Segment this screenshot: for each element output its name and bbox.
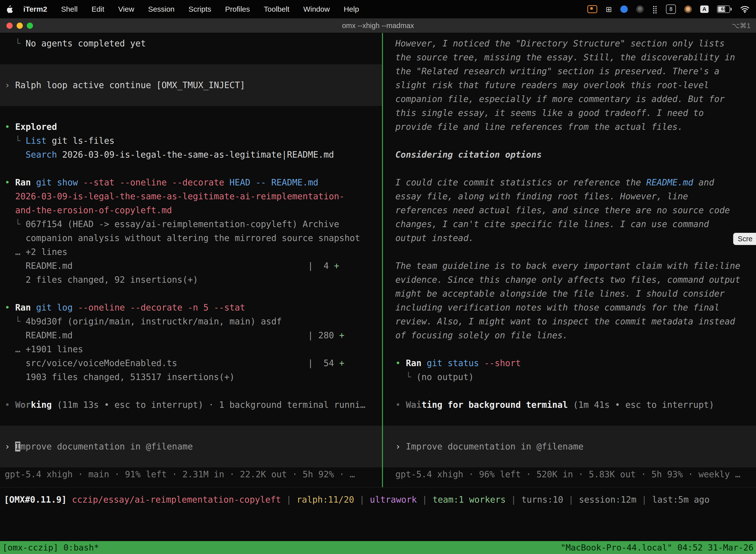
- prompt-line: › Improve documentation in @filename: [0, 440, 382, 453]
- terminal-line: [383, 342, 756, 356]
- terminal-line: [0, 64, 382, 78]
- inject-banner[interactable]: › Ralph loop active continue [OMX_TMUX_I…: [0, 64, 382, 106]
- terminal-line: essay file, along with finding root file…: [383, 189, 756, 203]
- dark-app-icon[interactable]: [636, 5, 644, 13]
- menu-item-iterm2[interactable]: iTerm2: [23, 5, 47, 13]
- tmux-status-bar: [omx-cczip] 0:bash* "MacBook-Pro-44.loca…: [0, 541, 756, 554]
- close-button[interactable]: [6, 22, 13, 29]
- terminal-line: … +1901 lines: [0, 342, 382, 356]
- screen-recording-indicator-icon[interactable]: [587, 5, 597, 13]
- terminal-line: references need actual files, and since …: [383, 203, 756, 217]
- menu-item-edit[interactable]: Edit: [91, 5, 105, 13]
- menu-item-profiles[interactable]: Profiles: [225, 5, 250, 13]
- terminal-line: the "Related research writing" section i…: [383, 64, 756, 78]
- terminal-line: … +2 lines: [0, 245, 382, 259]
- terminal-line: [0, 162, 382, 175]
- blue-app-icon[interactable]: [620, 5, 628, 13]
- terminal-line: companion file, especially if more comme…: [383, 92, 756, 106]
- ran-git-log: • Ran git log --oneline --decorate -n 5 …: [0, 300, 382, 315]
- title-bar: omx --xhigh --madmax ⌥⌘1: [0, 18, 756, 33]
- screen-share-tooltip[interactable]: Scre: [733, 233, 756, 245]
- terminal-line: [0, 287, 382, 300]
- terminal-line: might be acceptable alongside the file l…: [383, 287, 756, 300]
- ran-git-show: • Ran git show --stat --oneline --decora…: [0, 175, 382, 189]
- terminal-line: review. Also, I might want to inspect th…: [383, 315, 756, 328]
- terminal-line: README.md | 4 +: [0, 259, 382, 273]
- round-app-icon[interactable]: [684, 5, 692, 13]
- terminal-line: 2 files changed, 92 insertions(+): [0, 273, 382, 287]
- working-indicator: • Working (11m 13s • esc to interrupt) ·…: [0, 398, 382, 412]
- menu-item-toolbelt[interactable]: Toolbelt: [264, 5, 290, 13]
- dots-grid-icon[interactable]: ⣿: [652, 5, 657, 14]
- apple-menu-icon[interactable]: [6, 5, 13, 13]
- menu-item-help[interactable]: Help: [344, 5, 359, 13]
- battery-icon[interactable]: 61: [717, 5, 732, 13]
- terminal-line: and-the-erosion-of-copyleft.md: [0, 203, 382, 217]
- wifi-icon[interactable]: [740, 5, 750, 13]
- zoom-button[interactable]: [27, 22, 33, 29]
- terminal-line: [383, 245, 756, 259]
- agent-pane-left[interactable]: └ No agents completed yet › Ralph loop a…: [0, 33, 382, 487]
- session-stats: gpt-5.4 xhigh · 96% left · 520K in · 5.8…: [383, 467, 756, 481]
- terminal-line: this single essay, it seems like a good …: [383, 106, 756, 120]
- omx-status: [OMX#0.11.9] cczip/essay/ai-reimplementa…: [0, 493, 756, 507]
- terminal-line: Search 2026-03-09-is-legal-the-same-as-l…: [0, 148, 382, 162]
- ran-git-status: • Ran git status --short: [383, 356, 756, 370]
- terminal-line: including verification notes with those …: [383, 300, 756, 315]
- menu-item-scripts[interactable]: Scripts: [189, 5, 211, 13]
- terminal-line: [383, 134, 756, 148]
- agent-pane-right[interactable]: However, I noticed the "Directory Struct…: [383, 33, 756, 487]
- terminal-line: └ 4b9d30f (origin/main, instructkr/main,…: [0, 315, 382, 328]
- key-badge-icon[interactable]: 8: [666, 4, 676, 14]
- terminal-panes: └ No agents completed yet › Ralph loop a…: [0, 33, 756, 488]
- terminal-line: I could cite commit statistics or refere…: [383, 175, 756, 189]
- terminal-line: └ No agents completed yet: [0, 37, 382, 50]
- terminal-line: [383, 426, 756, 440]
- terminal-line: [383, 412, 756, 426]
- terminal-line: [0, 92, 382, 106]
- inject-banner-line: › Ralph loop active continue [OMX_TMUX_I…: [0, 78, 382, 92]
- terminal-line: [0, 384, 382, 398]
- grid-icon[interactable]: ⊞: [606, 5, 612, 14]
- terminal-line: [0, 106, 382, 120]
- terminal-line: [383, 162, 756, 175]
- traffic-lights: [6, 22, 33, 29]
- menu-bar: iTerm2 Shell Edit View Session Scripts P…: [0, 0, 756, 18]
- prompt-line: › Improve documentation in @filename: [383, 440, 756, 453]
- prompt-input[interactable]: › Improve documentation in @filename: [0, 426, 382, 467]
- prompt-input[interactable]: › Improve documentation in @filename: [383, 426, 756, 467]
- terminal-line: [383, 453, 756, 467]
- battery-percent: 61: [721, 7, 726, 12]
- terminal-line: src/voice/voiceModeEnabled.ts | 54 +: [0, 356, 382, 370]
- terminal-line: [383, 384, 756, 398]
- terminal-line: of focusing solely on file lines.: [383, 328, 756, 342]
- terminal-line: 2026-03-09-is-legal-the-same-as-legitima…: [0, 189, 382, 203]
- terminal-line: [0, 453, 382, 467]
- terminal-line: However, I noticed the "Directory Struct…: [383, 37, 756, 50]
- input-source-icon[interactable]: A: [700, 5, 709, 13]
- terminal-line: [0, 50, 382, 64]
- terminal-line: [0, 426, 382, 440]
- terminal-line: README.md | 280 +: [0, 328, 382, 342]
- tmux-host-clock: "MacBook-Pro-44.local" 04:52 31-Mar-26: [561, 543, 754, 553]
- terminal-line: companion analysis without altering the …: [0, 231, 382, 245]
- menu-item-shell[interactable]: Shell: [61, 5, 78, 13]
- window-title: omx --xhigh --madmax: [0, 21, 756, 30]
- tmux-session-window[interactable]: [omx-cczip] 0:bash*: [2, 543, 99, 553]
- menu-item-session[interactable]: Session: [148, 5, 175, 13]
- terminal-line: └ List git ls-files: [0, 134, 382, 148]
- terminal-line: └ 067f154 (HEAD -> essay/ai-reimplementa…: [0, 217, 382, 231]
- terminal-line: the source tree, missing the essay. Stil…: [383, 50, 756, 64]
- menu-item-window[interactable]: Window: [303, 5, 330, 13]
- terminal-line: provide file and line references from th…: [383, 120, 756, 134]
- omx-status-line: [OMX#0.11.9] cczip/essay/ai-reimplementa…: [0, 493, 756, 507]
- menu-item-view[interactable]: View: [118, 5, 134, 13]
- terminal-line: [0, 412, 382, 426]
- waiting-indicator: • Waiting for background terminal (1m 41…: [383, 398, 756, 412]
- terminal-line: └ (no output): [383, 370, 756, 384]
- window-shortcut-badge: ⌥⌘1: [732, 21, 751, 30]
- terminal-line: evidence. Since this change only affects…: [383, 273, 756, 287]
- explored-header: • Explored: [0, 120, 382, 134]
- minimize-button[interactable]: [17, 22, 23, 29]
- terminal-line: The team guideline is to back every impo…: [383, 259, 756, 273]
